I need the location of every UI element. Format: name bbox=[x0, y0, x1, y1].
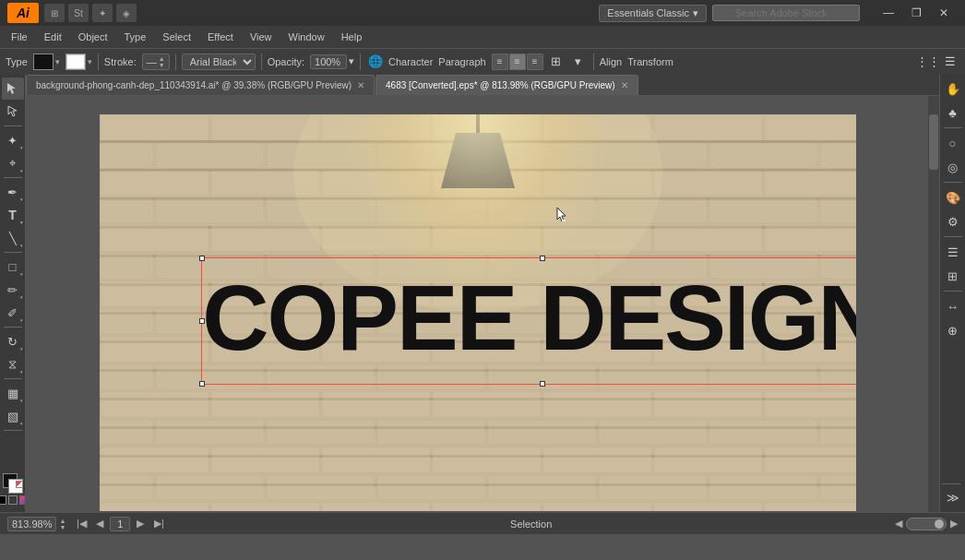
fill-mode-icon[interactable] bbox=[0, 495, 6, 505]
mode-icons bbox=[0, 495, 26, 505]
fill-color-picker[interactable]: ▾ bbox=[33, 54, 60, 70]
font-family-select[interactable]: Arial Black bbox=[182, 54, 256, 70]
stroke-swatch[interactable] bbox=[66, 54, 86, 70]
type-tool[interactable]: T▾ bbox=[2, 204, 24, 226]
lasso-tool[interactable]: ⌖▾ bbox=[2, 152, 24, 174]
page-number[interactable]: 1 bbox=[110, 517, 130, 531]
tab-converted[interactable]: 4683 [Converted].eps* @ 813.98% (RGB/GPU… bbox=[375, 75, 638, 95]
restore-button[interactable]: ❐ bbox=[902, 0, 930, 26]
bar-graph-tool[interactable]: ▧▾ bbox=[2, 405, 24, 427]
stroke-arrow[interactable]: ▾ bbox=[88, 57, 92, 66]
stroke-mode-icon[interactable] bbox=[8, 495, 18, 505]
blend-tool[interactable]: ⧖▾ bbox=[2, 353, 24, 375]
menu-window[interactable]: Window bbox=[281, 30, 332, 44]
zoom-value[interactable]: 813.98% bbox=[7, 517, 56, 531]
line-tool[interactable]: ╲▾ bbox=[2, 227, 24, 249]
tab-background[interactable]: background-phong-canh-dep_110343914.ai* … bbox=[26, 75, 375, 95]
layers-icon[interactable]: ☰ bbox=[942, 241, 964, 263]
hamburger-menu-icon[interactable]: ☰ bbox=[941, 53, 959, 71]
close-button[interactable]: ✕ bbox=[930, 0, 958, 26]
rotate-tool[interactable]: ↻▾ bbox=[2, 330, 24, 352]
opacity-value[interactable]: 100% bbox=[310, 54, 347, 69]
menu-select[interactable]: Select bbox=[155, 30, 198, 44]
stroke-label: Stroke: bbox=[104, 56, 137, 67]
globe-icon[interactable]: 🌐 bbox=[366, 53, 385, 71]
tool-separator bbox=[4, 125, 22, 126]
rp-sep4 bbox=[944, 291, 962, 292]
expand-panel-icon[interactable]: ≫ bbox=[942, 486, 964, 508]
color-wheel-icon[interactable]: 🎨 bbox=[942, 186, 964, 209]
more-options-icon[interactable]: ⋮⋮ bbox=[919, 53, 937, 71]
menu-edit[interactable]: Edit bbox=[37, 30, 69, 44]
tool-separator3 bbox=[4, 252, 22, 253]
tabs-bar: background-phong-canh-dep_110343914.ai* … bbox=[26, 74, 939, 96]
circle-icon[interactable]: ○ bbox=[942, 132, 964, 154]
stock-icon[interactable]: St bbox=[68, 4, 89, 22]
grid-view-icon[interactable]: ⊞ bbox=[44, 4, 65, 22]
minimize-button[interactable]: — bbox=[875, 0, 902, 26]
fill-swatch[interactable] bbox=[33, 54, 54, 70]
character-label[interactable]: Character bbox=[388, 56, 433, 67]
svg-marker-0 bbox=[7, 83, 16, 94]
add-icon[interactable]: ⊕ bbox=[942, 319, 964, 341]
nav-prev-button[interactable]: ◀ bbox=[91, 516, 108, 532]
menu-help[interactable]: Help bbox=[334, 30, 370, 44]
nav-last-button[interactable]: ▶| bbox=[150, 516, 167, 532]
tool-separator2 bbox=[4, 177, 22, 178]
search-input[interactable] bbox=[712, 5, 860, 21]
grid-icon[interactable]: ⊞ bbox=[942, 265, 964, 287]
opacity-arrow[interactable]: ▾ bbox=[349, 55, 354, 67]
rp-sep5 bbox=[942, 483, 960, 484]
paragraph-options-icon[interactable]: ▾ bbox=[569, 53, 588, 71]
link-icon[interactable]: ↔ bbox=[942, 295, 964, 317]
align-left-button[interactable]: ≡ bbox=[492, 54, 508, 70]
fill-arrow[interactable]: ▾ bbox=[55, 57, 60, 66]
type-options-icon[interactable]: ⊞ bbox=[547, 53, 566, 71]
canvas-area[interactable]: background-phong-canh-dep_110343914.ai* … bbox=[26, 74, 939, 512]
view-toggle[interactable] bbox=[906, 518, 947, 530]
tab-close-converted[interactable]: ✕ bbox=[621, 80, 628, 90]
canvas-viewport[interactable]: COPEE DESIGN bbox=[26, 96, 939, 512]
arrange-icon[interactable]: ✋ bbox=[942, 77, 964, 100]
align-center-button[interactable]: ≡ bbox=[509, 54, 526, 70]
nav-first-button[interactable]: |◀ bbox=[73, 516, 89, 532]
pin-icon[interactable]: ◈ bbox=[116, 4, 137, 22]
status-center: Selection bbox=[174, 518, 888, 530]
vertical-scrollbar[interactable] bbox=[928, 96, 939, 512]
transform-label[interactable]: Transform bbox=[627, 56, 673, 67]
gradient-mode-icon[interactable] bbox=[19, 495, 27, 505]
bottom-bar: 813.98% ▲▼ |◀ ◀ 1 ▶ ▶| Selection ◀ ▶ bbox=[0, 512, 965, 534]
direct-selection-tool[interactable] bbox=[2, 101, 24, 123]
menu-view[interactable]: View bbox=[243, 30, 280, 44]
column-graph-tool[interactable]: ▦▾ bbox=[2, 382, 24, 404]
main-text[interactable]: COPEE DESIGN bbox=[201, 262, 856, 373]
fill-stroke-indicator[interactable] bbox=[3, 473, 23, 494]
nav-next-button[interactable]: ▶ bbox=[132, 516, 149, 532]
stroke-width-box[interactable]: — ▲▼ bbox=[142, 54, 170, 70]
menu-file[interactable]: File bbox=[4, 30, 35, 44]
target-icon[interactable]: ◎ bbox=[942, 156, 964, 178]
selection-tool[interactable] bbox=[2, 77, 24, 100]
menu-effect[interactable]: Effect bbox=[200, 30, 241, 44]
paintbrush-tool[interactable]: ✏▾ bbox=[2, 279, 24, 301]
pen-tool[interactable]: ✒▾ bbox=[2, 181, 24, 203]
paragraph-label[interactable]: Paragraph bbox=[438, 56, 485, 67]
magic-wand-tool[interactable]: ✦▾ bbox=[2, 129, 24, 151]
menu-type[interactable]: Type bbox=[117, 30, 154, 44]
nav-left-arrow[interactable]: ◀ bbox=[895, 518, 902, 530]
gear-icon[interactable]: ⚙ bbox=[942, 210, 964, 232]
stroke-arrows[interactable]: ▲▼ bbox=[159, 55, 165, 68]
pencil-tool[interactable]: ✐▾ bbox=[2, 302, 24, 324]
discover-icon[interactable]: ✦ bbox=[92, 4, 113, 22]
workspace-selector[interactable]: Essentials Classic ▾ bbox=[599, 5, 707, 22]
stroke-color-picker[interactable]: ▾ bbox=[66, 54, 92, 70]
tab-close-background[interactable]: ✕ bbox=[357, 80, 364, 90]
sep4 bbox=[360, 54, 361, 70]
symbols-icon[interactable]: ♣ bbox=[942, 101, 964, 124]
menu-object[interactable]: Object bbox=[71, 30, 115, 44]
rect-tool[interactable]: □▾ bbox=[2, 256, 24, 278]
align-label[interactable]: Align bbox=[600, 56, 622, 67]
nav-right-arrow[interactable]: ▶ bbox=[950, 518, 958, 530]
align-right-button[interactable]: ≡ bbox=[527, 54, 543, 70]
zoom-arrows[interactable]: ▲▼ bbox=[59, 518, 66, 530]
